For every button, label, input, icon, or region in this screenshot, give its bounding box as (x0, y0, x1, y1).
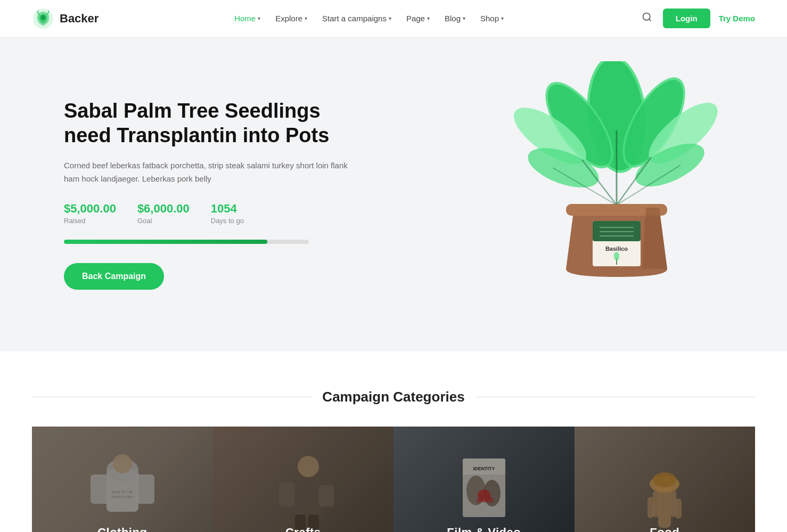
category-label-clothing: Clothing (32, 526, 213, 532)
hero-section: Sabal Palm Tree Seedlings need Transplan… (0, 37, 787, 351)
pot-shadow (642, 208, 667, 269)
chevron-icon: ▾ (501, 15, 504, 21)
nav-item-start-campaigns[interactable]: Start a campaigns ▾ (322, 14, 391, 23)
section-line-right (476, 397, 755, 397)
category-overlay (213, 427, 394, 532)
try-demo-button[interactable]: Try Demo (719, 14, 755, 23)
stat-raised: $5,000.00 Raised (64, 202, 116, 225)
svg-line-3 (649, 19, 651, 21)
stat-goal: $6,000.00 Goal (137, 202, 190, 225)
categories-grid: BACK TO THE EARTH & SEA Clothing (32, 427, 755, 532)
nav-item-home[interactable]: Home ▾ (234, 14, 260, 23)
category-bg-food (575, 427, 756, 532)
chevron-icon: ▾ (463, 15, 465, 21)
raised-label: Raised (64, 217, 116, 225)
section-header: Campaign Categories (32, 389, 755, 405)
nav-item-explore[interactable]: Explore ▾ (275, 14, 307, 23)
section-title: Campaign Categories (322, 389, 464, 405)
category-bg-film: IDENTITY (393, 427, 575, 532)
category-card-food[interactable]: Food (575, 427, 756, 532)
svg-point-1 (40, 15, 46, 20)
svg-point-24 (614, 252, 619, 260)
goal-value: $6,000.00 (137, 202, 190, 216)
nav-item-blog[interactable]: Blog ▾ (445, 14, 465, 23)
nav-links: Home ▾ Explore ▾ Start a campaigns ▾ Pag… (234, 14, 504, 23)
hero-content: Sabal Palm Tree Seedlings need Transplan… (64, 99, 362, 289)
plant-pot-illustration: Basilico (510, 61, 723, 328)
stat-days: 1054 Days to go (211, 202, 244, 225)
hero-description: Corned beef leberkas fatback porchetta, … (64, 159, 362, 186)
category-bg-clothing: BACK TO THE EARTH & SEA (32, 427, 213, 532)
category-bg-crafts (213, 427, 394, 532)
category-label-film: Film & Video (393, 526, 575, 532)
nav-item-page[interactable]: Page ▾ (406, 14, 430, 23)
section-line-left (32, 397, 311, 397)
category-overlay (393, 427, 575, 532)
category-label-crafts: Crafts (213, 526, 394, 532)
plant-leaves (510, 61, 723, 205)
chevron-icon: ▾ (427, 15, 430, 21)
back-campaign-button[interactable]: Back Campaign (64, 263, 164, 290)
category-label-food: Food (575, 526, 756, 532)
logo-text: Backer (60, 12, 99, 26)
chevron-icon: ▾ (258, 15, 260, 21)
category-card-crafts[interactable]: Crafts (213, 427, 394, 532)
hero-title: Sabal Palm Tree Seedlings need Transplan… (64, 99, 362, 148)
chevron-icon: ▾ (389, 15, 391, 21)
nav-item-shop[interactable]: Shop ▾ (480, 14, 504, 23)
pot-label-header (593, 221, 641, 241)
category-card-film[interactable]: IDENTITY Film & Video (393, 427, 575, 532)
hero-image: Basilico (489, 56, 744, 333)
category-card-clothing[interactable]: BACK TO THE EARTH & SEA Clothing (32, 427, 213, 532)
svg-point-2 (643, 13, 650, 20)
days-label: Days to go (211, 217, 244, 225)
goal-label: Goal (137, 217, 190, 225)
login-button[interactable]: Login (663, 9, 710, 28)
category-overlay (32, 427, 213, 532)
progress-bar-fill (64, 240, 267, 244)
navbar: Backer Home ▾ Explore ▾ Start a campaign… (0, 0, 787, 37)
categories-section: Campaign Categories BACK TO THE E (0, 351, 787, 532)
category-overlay (575, 427, 756, 532)
search-icon (642, 12, 652, 22)
logo[interactable]: Backer (32, 7, 99, 30)
days-value: 1054 (211, 202, 244, 216)
hero-stats: $5,000.00 Raised $6,000.00 Goal 1054 Day… (64, 202, 362, 225)
svg-text:Basilico: Basilico (605, 245, 628, 252)
logo-icon (32, 7, 54, 30)
progress-bar-container (64, 240, 309, 244)
raised-value: $5,000.00 (64, 202, 116, 216)
search-button[interactable] (640, 10, 654, 27)
nav-actions: Login Try Demo (640, 9, 755, 28)
chevron-icon: ▾ (305, 15, 307, 21)
